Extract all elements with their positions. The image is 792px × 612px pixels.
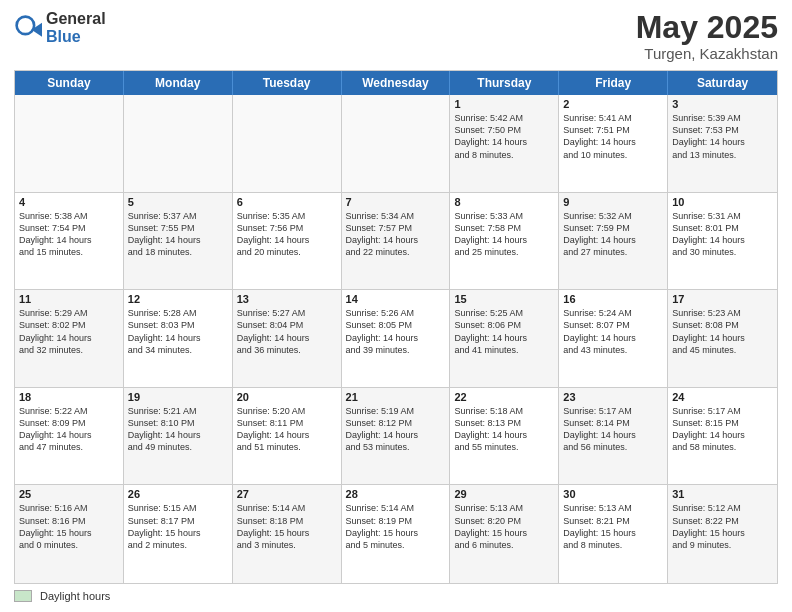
logo-text: General Blue	[46, 10, 106, 46]
day-number: 9	[563, 196, 663, 208]
cal-cell: 29Sunrise: 5:13 AMSunset: 8:20 PMDayligh…	[450, 485, 559, 583]
day-info: Sunrise: 5:23 AMSunset: 8:08 PMDaylight:…	[672, 307, 773, 356]
day-info: Sunrise: 5:13 AMSunset: 8:21 PMDaylight:…	[563, 502, 663, 551]
day-number: 11	[19, 293, 119, 305]
day-number: 19	[128, 391, 228, 403]
cal-cell: 14Sunrise: 5:26 AMSunset: 8:05 PMDayligh…	[342, 290, 451, 387]
cal-cell: 3Sunrise: 5:39 AMSunset: 7:53 PMDaylight…	[668, 95, 777, 192]
day-number: 16	[563, 293, 663, 305]
day-number: 10	[672, 196, 773, 208]
cal-cell: 23Sunrise: 5:17 AMSunset: 8:14 PMDayligh…	[559, 388, 668, 485]
logo-general: General Blue	[46, 10, 106, 46]
cal-cell: 11Sunrise: 5:29 AMSunset: 8:02 PMDayligh…	[15, 290, 124, 387]
header-friday: Friday	[559, 71, 668, 95]
day-info: Sunrise: 5:31 AMSunset: 8:01 PMDaylight:…	[672, 210, 773, 259]
calendar: Sunday Monday Tuesday Wednesday Thursday…	[14, 70, 778, 584]
day-info: Sunrise: 5:20 AMSunset: 8:11 PMDaylight:…	[237, 405, 337, 454]
header-monday: Monday	[124, 71, 233, 95]
cal-cell: 12Sunrise: 5:28 AMSunset: 8:03 PMDayligh…	[124, 290, 233, 387]
header-thursday: Thursday	[450, 71, 559, 95]
day-info: Sunrise: 5:16 AMSunset: 8:16 PMDaylight:…	[19, 502, 119, 551]
header-saturday: Saturday	[668, 71, 777, 95]
day-info: Sunrise: 5:13 AMSunset: 8:20 PMDaylight:…	[454, 502, 554, 551]
day-info: Sunrise: 5:24 AMSunset: 8:07 PMDaylight:…	[563, 307, 663, 356]
cal-week-4: 18Sunrise: 5:22 AMSunset: 8:09 PMDayligh…	[15, 388, 777, 486]
svg-point-0	[17, 17, 35, 35]
day-info: Sunrise: 5:17 AMSunset: 8:14 PMDaylight:…	[563, 405, 663, 454]
cal-cell: 31Sunrise: 5:12 AMSunset: 8:22 PMDayligh…	[668, 485, 777, 583]
day-info: Sunrise: 5:29 AMSunset: 8:02 PMDaylight:…	[19, 307, 119, 356]
location-title: Turgen, Kazakhstan	[636, 45, 778, 62]
day-info: Sunrise: 5:35 AMSunset: 7:56 PMDaylight:…	[237, 210, 337, 259]
day-info: Sunrise: 5:37 AMSunset: 7:55 PMDaylight:…	[128, 210, 228, 259]
day-number: 28	[346, 488, 446, 500]
cal-cell: 5Sunrise: 5:37 AMSunset: 7:55 PMDaylight…	[124, 193, 233, 290]
cal-cell: 10Sunrise: 5:31 AMSunset: 8:01 PMDayligh…	[668, 193, 777, 290]
cal-cell: 27Sunrise: 5:14 AMSunset: 8:18 PMDayligh…	[233, 485, 342, 583]
day-number: 31	[672, 488, 773, 500]
cal-cell	[233, 95, 342, 192]
day-number: 2	[563, 98, 663, 110]
cal-cell: 1Sunrise: 5:42 AMSunset: 7:50 PMDaylight…	[450, 95, 559, 192]
cal-cell: 21Sunrise: 5:19 AMSunset: 8:12 PMDayligh…	[342, 388, 451, 485]
day-info: Sunrise: 5:19 AMSunset: 8:12 PMDaylight:…	[346, 405, 446, 454]
header-wednesday: Wednesday	[342, 71, 451, 95]
cal-cell: 15Sunrise: 5:25 AMSunset: 8:06 PMDayligh…	[450, 290, 559, 387]
cal-cell	[342, 95, 451, 192]
cal-cell: 8Sunrise: 5:33 AMSunset: 7:58 PMDaylight…	[450, 193, 559, 290]
day-number: 21	[346, 391, 446, 403]
day-number: 3	[672, 98, 773, 110]
month-title: May 2025	[636, 10, 778, 45]
day-info: Sunrise: 5:38 AMSunset: 7:54 PMDaylight:…	[19, 210, 119, 259]
cal-cell: 9Sunrise: 5:32 AMSunset: 7:59 PMDaylight…	[559, 193, 668, 290]
cal-cell: 19Sunrise: 5:21 AMSunset: 8:10 PMDayligh…	[124, 388, 233, 485]
cal-cell: 24Sunrise: 5:17 AMSunset: 8:15 PMDayligh…	[668, 388, 777, 485]
cal-cell: 26Sunrise: 5:15 AMSunset: 8:17 PMDayligh…	[124, 485, 233, 583]
day-number: 24	[672, 391, 773, 403]
day-number: 12	[128, 293, 228, 305]
title-block: May 2025 Turgen, Kazakhstan	[636, 10, 778, 62]
calendar-header-row: Sunday Monday Tuesday Wednesday Thursday…	[15, 71, 777, 95]
day-info: Sunrise: 5:26 AMSunset: 8:05 PMDaylight:…	[346, 307, 446, 356]
day-number: 25	[19, 488, 119, 500]
day-number: 27	[237, 488, 337, 500]
day-info: Sunrise: 5:18 AMSunset: 8:13 PMDaylight:…	[454, 405, 554, 454]
day-number: 1	[454, 98, 554, 110]
day-info: Sunrise: 5:34 AMSunset: 7:57 PMDaylight:…	[346, 210, 446, 259]
day-info: Sunrise: 5:14 AMSunset: 8:18 PMDaylight:…	[237, 502, 337, 551]
day-info: Sunrise: 5:17 AMSunset: 8:15 PMDaylight:…	[672, 405, 773, 454]
legend-box	[14, 590, 32, 602]
day-number: 7	[346, 196, 446, 208]
cal-cell: 13Sunrise: 5:27 AMSunset: 8:04 PMDayligh…	[233, 290, 342, 387]
cal-cell: 2Sunrise: 5:41 AMSunset: 7:51 PMDaylight…	[559, 95, 668, 192]
legend-label: Daylight hours	[40, 590, 110, 602]
logo-icon	[14, 14, 42, 42]
header-sunday: Sunday	[15, 71, 124, 95]
day-number: 30	[563, 488, 663, 500]
day-info: Sunrise: 5:42 AMSunset: 7:50 PMDaylight:…	[454, 112, 554, 161]
header-tuesday: Tuesday	[233, 71, 342, 95]
day-info: Sunrise: 5:28 AMSunset: 8:03 PMDaylight:…	[128, 307, 228, 356]
day-info: Sunrise: 5:15 AMSunset: 8:17 PMDaylight:…	[128, 502, 228, 551]
cal-week-1: 1Sunrise: 5:42 AMSunset: 7:50 PMDaylight…	[15, 95, 777, 193]
day-info: Sunrise: 5:21 AMSunset: 8:10 PMDaylight:…	[128, 405, 228, 454]
cal-cell: 16Sunrise: 5:24 AMSunset: 8:07 PMDayligh…	[559, 290, 668, 387]
calendar-body: 1Sunrise: 5:42 AMSunset: 7:50 PMDaylight…	[15, 95, 777, 583]
cal-cell: 17Sunrise: 5:23 AMSunset: 8:08 PMDayligh…	[668, 290, 777, 387]
day-info: Sunrise: 5:33 AMSunset: 7:58 PMDaylight:…	[454, 210, 554, 259]
cal-week-2: 4Sunrise: 5:38 AMSunset: 7:54 PMDaylight…	[15, 193, 777, 291]
page: General Blue May 2025 Turgen, Kazakhstan…	[0, 0, 792, 612]
header: General Blue May 2025 Turgen, Kazakhstan	[14, 10, 778, 62]
day-number: 23	[563, 391, 663, 403]
day-number: 29	[454, 488, 554, 500]
day-number: 22	[454, 391, 554, 403]
day-number: 14	[346, 293, 446, 305]
day-info: Sunrise: 5:12 AMSunset: 8:22 PMDaylight:…	[672, 502, 773, 551]
day-info: Sunrise: 5:25 AMSunset: 8:06 PMDaylight:…	[454, 307, 554, 356]
day-info: Sunrise: 5:41 AMSunset: 7:51 PMDaylight:…	[563, 112, 663, 161]
day-info: Sunrise: 5:27 AMSunset: 8:04 PMDaylight:…	[237, 307, 337, 356]
cal-cell: 28Sunrise: 5:14 AMSunset: 8:19 PMDayligh…	[342, 485, 451, 583]
logo: General Blue	[14, 10, 106, 46]
day-number: 5	[128, 196, 228, 208]
day-number: 26	[128, 488, 228, 500]
